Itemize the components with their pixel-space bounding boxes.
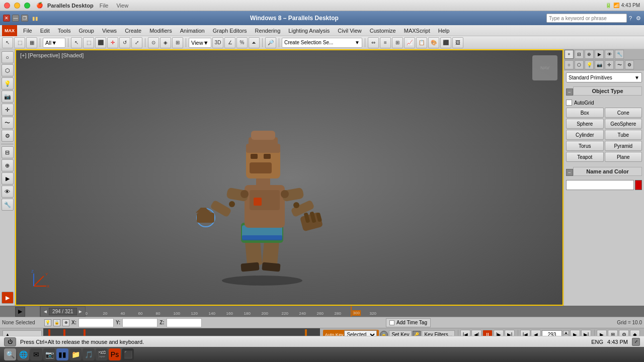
display-btn[interactable]: 👁 — [2, 186, 14, 198]
menu-animation[interactable]: Animation — [176, 27, 209, 35]
subtab-geo[interactable]: ○ — [565, 60, 574, 69]
create-space-warp-btn[interactable]: 〜 — [2, 117, 14, 129]
frame-prev-btn[interactable]: ◄ — [43, 309, 48, 314]
mac-min-button[interactable] — [14, 3, 20, 9]
parallels-menu[interactable]: Parallels Desktop — [47, 3, 94, 9]
parallels-search-input[interactable] — [546, 14, 627, 23]
menu-edit[interactable]: Edit — [36, 27, 54, 35]
win-min-button[interactable]: — — [12, 15, 19, 22]
add-time-tag-btn[interactable]: Add Time Tag — [204, 318, 613, 327]
object-type-collapse[interactable]: − — [566, 88, 573, 96]
frame-next-btn[interactable]: ► — [78, 309, 83, 314]
teapot-btn[interactable]: Teapot — [566, 152, 604, 162]
view-dropdown[interactable]: View▼ — [189, 38, 211, 48]
lock-icon[interactable]: 🔒 — [53, 319, 60, 326]
menu-customize[interactable]: Customize — [366, 27, 400, 35]
subtab-helper[interactable]: ✛ — [605, 60, 614, 69]
menu-views[interactable]: Views — [98, 27, 121, 35]
nav-cube[interactable]: NAV — [532, 55, 557, 80]
file-menu[interactable]: File — [100, 3, 109, 9]
geosphere-btn[interactable]: GeoSphere — [605, 119, 642, 129]
create-shape-btn[interactable]: ⬡ — [2, 64, 14, 76]
dock-browser[interactable]: 🌐 — [17, 348, 29, 360]
autogrid-checkbox[interactable] — [566, 100, 572, 106]
dock-item9[interactable]: ⬛ — [122, 348, 134, 360]
menu-maxscript[interactable]: MAXScript — [400, 27, 434, 35]
pyramid-btn[interactable]: Pyramid — [605, 141, 642, 151]
dock-parallels[interactable]: ▮▮ — [56, 348, 68, 360]
select-rotate-btn[interactable]: ↺ — [119, 37, 130, 48]
dock-photos[interactable]: 📷 — [43, 348, 55, 360]
tab-display[interactable]: 👁 — [605, 50, 614, 59]
create-system-btn[interactable]: ⚙ — [2, 130, 14, 142]
align-btn2[interactable]: ≡ — [380, 37, 391, 48]
coord-icon[interactable]: ⊕ — [62, 319, 69, 326]
menu-modifiers[interactable]: Modifiers — [145, 27, 176, 35]
select-region-btn2[interactable]: ⬚ — [83, 37, 94, 48]
render-btn[interactable]: ⬛ — [440, 37, 451, 48]
mac-close-button[interactable] — [4, 3, 10, 9]
primitives-dropdown[interactable]: Standard Primitives ▼ — [566, 72, 642, 82]
subtab-light[interactable]: 💡 — [585, 60, 594, 69]
parallels-help-icon[interactable]: ? — [629, 15, 632, 21]
box-btn[interactable]: Box — [566, 108, 604, 118]
window-crossing-btn[interactable]: ⬛ — [95, 37, 106, 48]
subtab-shape[interactable]: ⬡ — [575, 60, 584, 69]
create-selection-dropdown[interactable]: Create Selection Se...▼ — [282, 38, 362, 48]
timeline-ruler[interactable]: 0 20 40 60 80 100 120 140 160 180 200 22… — [86, 306, 644, 317]
menu-file[interactable]: File — [19, 27, 36, 35]
select-tool-btn[interactable]: ↖ — [2, 37, 13, 48]
y-input[interactable] — [122, 318, 157, 327]
dock-item5[interactable]: 📁 — [69, 348, 82, 360]
layer-btn[interactable]: 📋 — [416, 37, 427, 48]
create-helper-btn[interactable]: ✛ — [2, 104, 14, 116]
win-close-button[interactable]: ✕ — [3, 15, 10, 22]
menu-group[interactable]: Group — [74, 27, 98, 35]
play-animation-btn[interactable]: ▶ — [2, 292, 14, 304]
dock-item6[interactable]: 🎵 — [83, 348, 95, 360]
dock-item7[interactable]: 🎬 — [96, 348, 108, 360]
parallels-settings-icon[interactable]: ⚙ — [636, 15, 641, 22]
tab-motion[interactable]: ▶ — [595, 50, 604, 59]
frame-up-btn[interactable]: ▲ — [563, 330, 569, 334]
dock-mail[interactable]: ✉ — [30, 348, 42, 360]
align-btn[interactable]: ⊞ — [172, 37, 183, 48]
menu-rendering[interactable]: Rendering — [251, 27, 285, 35]
subtab-spacewarp[interactable]: 〜 — [615, 60, 624, 69]
dock-item8[interactable]: Ps — [109, 348, 121, 360]
snap-3d-btn[interactable]: 3D — [212, 37, 223, 48]
subtab-camera[interactable]: 📷 — [595, 60, 604, 69]
create-light-btn[interactable]: 💡 — [2, 77, 14, 89]
resize-btn[interactable]: ⤢ — [632, 338, 640, 346]
mac-max-button[interactable] — [24, 3, 30, 9]
menu-tools[interactable]: Tools — [54, 27, 75, 35]
pivot-btn[interactable]: ◈ — [160, 37, 171, 48]
menu-help[interactable]: Help — [434, 27, 454, 35]
name-text-input[interactable] — [566, 180, 634, 190]
sphere-btn[interactable]: Sphere — [566, 119, 604, 129]
menu-graph-editors[interactable]: Graph Editors — [209, 27, 251, 35]
timeline-play-btn[interactable]: ▶ — [15, 307, 25, 317]
utilities-btn[interactable]: 🔧 — [2, 199, 14, 211]
create-geometry-btn[interactable]: ○ — [2, 51, 14, 63]
material-btn[interactable]: 🎨 — [428, 37, 439, 48]
mirror-btn[interactable]: ⇔ — [368, 37, 379, 48]
create-camera-btn[interactable]: 📷 — [2, 90, 14, 103]
view-menu-mac[interactable]: View — [116, 3, 128, 9]
tube-btn[interactable]: Tube — [605, 130, 642, 140]
plane-btn[interactable]: Plane — [605, 152, 642, 162]
curve-editor-btn[interactable]: 📈 — [404, 37, 415, 48]
win-restore-button[interactable]: ❐ — [21, 15, 28, 22]
add-time-tag-checkbox[interactable] — [389, 320, 394, 325]
color-swatch[interactable] — [635, 180, 642, 190]
cylinder-btn[interactable]: Cylinder — [566, 130, 604, 140]
percent-snap-btn[interactable]: % — [236, 37, 248, 48]
modify-btn[interactable]: ⊟ — [2, 146, 14, 158]
select-all-btn[interactable]: ▦ — [26, 37, 37, 48]
named-sel-btn[interactable]: 🔎 — [265, 37, 276, 48]
array-btn[interactable]: ⊞ — [392, 37, 403, 48]
power-btn[interactable]: ⏻ — [4, 337, 16, 346]
select-scale-btn[interactable]: ⤢ — [131, 37, 142, 48]
tab-create[interactable]: + — [565, 50, 574, 59]
angle-snap-btn[interactable]: ∠ — [224, 37, 235, 48]
